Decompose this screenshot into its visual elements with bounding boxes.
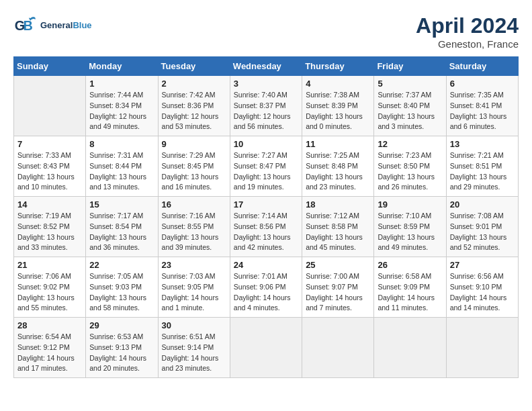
day-number: 10 — [234, 139, 298, 149]
calendar-header-row: SundayMondayTuesdayWednesdayThursdayFrid… — [14, 57, 519, 76]
calendar-day-cell: 9Sunrise: 7:29 AM Sunset: 8:45 PM Daylig… — [158, 136, 230, 197]
day-number: 6 — [450, 79, 515, 89]
day-info: Sunrise: 7:31 AM Sunset: 8:44 PM Dayligh… — [89, 150, 154, 193]
calendar-day-cell: 1Sunrise: 7:44 AM Sunset: 8:34 PM Daylig… — [86, 76, 158, 136]
day-info: Sunrise: 7:05 AM Sunset: 9:03 PM Dayligh… — [89, 271, 154, 314]
day-info: Sunrise: 7:38 AM Sunset: 8:39 PM Dayligh… — [306, 90, 370, 132]
day-number: 28 — [17, 320, 82, 330]
calendar-day-cell: 30Sunrise: 6:51 AM Sunset: 9:14 PM Dayli… — [158, 318, 230, 378]
calendar-week-row: 21Sunrise: 7:06 AM Sunset: 9:02 PM Dayli… — [14, 257, 519, 318]
calendar-day-cell: 5Sunrise: 7:37 AM Sunset: 8:40 PM Daylig… — [374, 76, 446, 136]
calendar-day-cell: 23Sunrise: 7:03 AM Sunset: 9:05 PM Dayli… — [158, 257, 230, 318]
day-number: 30 — [162, 320, 226, 330]
day-number: 13 — [450, 139, 515, 149]
calendar-day-cell: 7Sunrise: 7:33 AM Sunset: 8:43 PM Daylig… — [14, 136, 86, 197]
calendar-day-cell: 19Sunrise: 7:10 AM Sunset: 8:59 PM Dayli… — [374, 197, 446, 257]
day-number: 11 — [306, 139, 370, 149]
calendar-day-cell: 21Sunrise: 7:06 AM Sunset: 9:02 PM Dayli… — [14, 257, 86, 318]
day-number: 4 — [306, 79, 370, 89]
logo-icon: G B — [13, 13, 38, 38]
calendar-day-cell: 2Sunrise: 7:42 AM Sunset: 8:36 PM Daylig… — [158, 76, 230, 136]
day-number: 8 — [89, 139, 154, 149]
day-number: 3 — [234, 79, 298, 89]
day-number: 19 — [378, 199, 442, 210]
day-info: Sunrise: 7:25 AM Sunset: 8:48 PM Dayligh… — [306, 150, 370, 193]
logo-blue: Blue — [73, 20, 91, 30]
calendar-day-cell: 4Sunrise: 7:38 AM Sunset: 8:39 PM Daylig… — [302, 76, 374, 136]
day-info: Sunrise: 7:35 AM Sunset: 8:41 PM Dayligh… — [450, 90, 515, 132]
calendar-day-cell: 17Sunrise: 7:14 AM Sunset: 8:56 PM Dayli… — [230, 197, 302, 257]
calendar-day-cell: 28Sunrise: 6:54 AM Sunset: 9:12 PM Dayli… — [14, 318, 86, 378]
day-of-week-header: Thursday — [302, 57, 374, 76]
calendar-day-cell: 24Sunrise: 7:01 AM Sunset: 9:06 PM Dayli… — [230, 257, 302, 318]
day-number: 1 — [89, 79, 154, 89]
calendar-day-cell: 10Sunrise: 7:27 AM Sunset: 8:47 PM Dayli… — [230, 136, 302, 197]
day-info: Sunrise: 6:56 AM Sunset: 9:10 PM Dayligh… — [450, 271, 515, 314]
day-info: Sunrise: 7:19 AM Sunset: 8:52 PM Dayligh… — [17, 211, 82, 253]
logo: G B GeneralBlue — [13, 13, 92, 38]
day-number: 21 — [17, 260, 82, 270]
day-info: Sunrise: 7:40 AM Sunset: 8:37 PM Dayligh… — [234, 90, 298, 132]
day-of-week-header: Tuesday — [158, 57, 230, 76]
calendar-day-cell: 15Sunrise: 7:17 AM Sunset: 8:54 PM Dayli… — [86, 197, 158, 257]
day-info: Sunrise: 6:54 AM Sunset: 9:12 PM Dayligh… — [17, 332, 82, 374]
day-of-week-header: Monday — [86, 57, 158, 76]
day-info: Sunrise: 7:37 AM Sunset: 8:40 PM Dayligh… — [378, 90, 442, 132]
calendar-day-cell: 12Sunrise: 7:23 AM Sunset: 8:50 PM Dayli… — [374, 136, 446, 197]
calendar-day-cell: 13Sunrise: 7:21 AM Sunset: 8:51 PM Dayli… — [446, 136, 518, 197]
calendar-week-row: 28Sunrise: 6:54 AM Sunset: 9:12 PM Dayli… — [14, 318, 519, 378]
calendar-day-cell: 8Sunrise: 7:31 AM Sunset: 8:44 PM Daylig… — [86, 136, 158, 197]
day-number: 23 — [162, 260, 226, 270]
location-subtitle: Geneston, France — [416, 38, 519, 50]
calendar-day-cell: 22Sunrise: 7:05 AM Sunset: 9:03 PM Dayli… — [86, 257, 158, 318]
day-of-week-header: Saturday — [446, 57, 518, 76]
day-number: 27 — [450, 260, 515, 270]
page-header: G B GeneralBlue April 2024 Geneston, Fra… — [13, 13, 519, 50]
day-number: 15 — [89, 199, 154, 210]
day-info: Sunrise: 7:33 AM Sunset: 8:43 PM Dayligh… — [17, 150, 82, 193]
day-info: Sunrise: 6:53 AM Sunset: 9:13 PM Dayligh… — [89, 332, 154, 374]
day-info: Sunrise: 7:03 AM Sunset: 9:05 PM Dayligh… — [162, 271, 226, 314]
day-info: Sunrise: 7:06 AM Sunset: 9:02 PM Dayligh… — [17, 271, 82, 314]
day-info: Sunrise: 7:10 AM Sunset: 8:59 PM Dayligh… — [378, 211, 442, 253]
day-number: 26 — [378, 260, 442, 270]
title-block: April 2024 Geneston, France — [416, 13, 519, 50]
day-of-week-header: Sunday — [14, 57, 86, 76]
day-number: 29 — [89, 320, 154, 330]
day-info: Sunrise: 7:29 AM Sunset: 8:45 PM Dayligh… — [162, 150, 226, 193]
calendar-day-cell: 27Sunrise: 6:56 AM Sunset: 9:10 PM Dayli… — [446, 257, 518, 318]
day-of-week-header: Friday — [374, 57, 446, 76]
day-number: 25 — [306, 260, 370, 270]
calendar-day-cell: 18Sunrise: 7:12 AM Sunset: 8:58 PM Dayli… — [302, 197, 374, 257]
day-number: 2 — [162, 79, 226, 89]
calendar-day-cell — [374, 318, 446, 378]
calendar-day-cell: 25Sunrise: 7:00 AM Sunset: 9:07 PM Dayli… — [302, 257, 374, 318]
calendar-day-cell: 11Sunrise: 7:25 AM Sunset: 8:48 PM Dayli… — [302, 136, 374, 197]
calendar-table: SundayMondayTuesdayWednesdayThursdayFrid… — [13, 56, 519, 378]
day-number: 7 — [17, 139, 82, 149]
day-info: Sunrise: 7:14 AM Sunset: 8:56 PM Dayligh… — [234, 211, 298, 253]
calendar-day-cell — [14, 76, 86, 136]
day-number: 17 — [234, 199, 298, 210]
day-info: Sunrise: 7:23 AM Sunset: 8:50 PM Dayligh… — [378, 150, 442, 193]
day-info: Sunrise: 6:51 AM Sunset: 9:14 PM Dayligh… — [162, 332, 226, 374]
day-info: Sunrise: 7:12 AM Sunset: 8:58 PM Dayligh… — [306, 211, 370, 253]
calendar-day-cell — [446, 318, 518, 378]
day-number: 24 — [234, 260, 298, 270]
day-info: Sunrise: 7:42 AM Sunset: 8:36 PM Dayligh… — [162, 90, 226, 132]
day-number: 20 — [450, 199, 515, 210]
day-info: Sunrise: 7:08 AM Sunset: 9:01 PM Dayligh… — [450, 211, 515, 253]
calendar-day-cell: 26Sunrise: 6:58 AM Sunset: 9:09 PM Dayli… — [374, 257, 446, 318]
day-info: Sunrise: 7:17 AM Sunset: 8:54 PM Dayligh… — [89, 211, 154, 253]
calendar-week-row: 14Sunrise: 7:19 AM Sunset: 8:52 PM Dayli… — [14, 197, 519, 257]
calendar-day-cell: 14Sunrise: 7:19 AM Sunset: 8:52 PM Dayli… — [14, 197, 86, 257]
month-title: April 2024 — [416, 13, 519, 38]
calendar-week-row: 7Sunrise: 7:33 AM Sunset: 8:43 PM Daylig… — [14, 136, 519, 197]
calendar-day-cell: 3Sunrise: 7:40 AM Sunset: 8:37 PM Daylig… — [230, 76, 302, 136]
logo-general: General — [40, 20, 73, 30]
day-info: Sunrise: 7:44 AM Sunset: 8:34 PM Dayligh… — [89, 90, 154, 132]
day-info: Sunrise: 7:27 AM Sunset: 8:47 PM Dayligh… — [234, 150, 298, 193]
day-info: Sunrise: 7:00 AM Sunset: 9:07 PM Dayligh… — [306, 271, 370, 314]
calendar-day-cell: 16Sunrise: 7:16 AM Sunset: 8:55 PM Dayli… — [158, 197, 230, 257]
day-info: Sunrise: 7:16 AM Sunset: 8:55 PM Dayligh… — [162, 211, 226, 253]
